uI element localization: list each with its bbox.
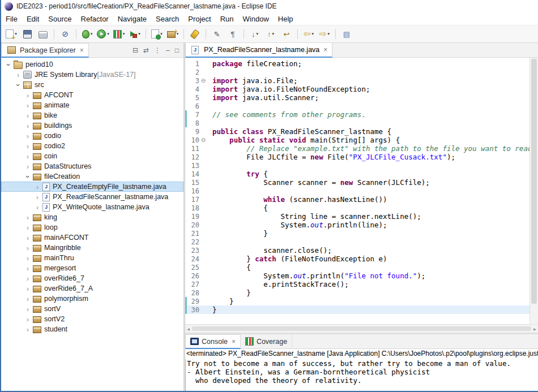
code-line[interactable]: File JLCfile = new File("PX_JLCFile_Cusa…	[209, 153, 530, 161]
gutter-line[interactable]: 11	[185, 144, 209, 153]
scroll-right-icon[interactable]: ▸	[533, 326, 536, 332]
close-icon[interactable]: ×	[232, 338, 236, 346]
fold-marker-icon[interactable]: ⊖	[199, 137, 207, 143]
debug-button[interactable]: ▾	[79, 27, 95, 41]
print-button[interactable]	[35, 27, 51, 41]
code-line[interactable]: import java.io.File;	[209, 76, 530, 85]
code-line[interactable]: scanner.close();	[209, 246, 530, 255]
gutter-line[interactable]: 12	[185, 153, 209, 161]
code-line[interactable]: while (scanner.hasNextLine())	[209, 195, 530, 204]
tree-item[interactable]: ›fileCreation	[1, 171, 183, 182]
expand-arrow-icon[interactable]: ›	[33, 203, 41, 212]
next-annotation-button[interactable]: ↓▾	[247, 27, 263, 41]
tree-item[interactable]: ›Maingribble	[1, 243, 183, 253]
code-lines[interactable]: package fileCreation;import java.io.File…	[209, 58, 530, 324]
code-line[interactable]: String line = scanner.nextLine();	[209, 212, 530, 221]
tree-item[interactable]: ›sortV	[1, 304, 183, 314]
scrollbar-thumb[interactable]	[192, 326, 531, 331]
gutter-line[interactable]: 13	[185, 161, 209, 170]
code-line[interactable]: e.printStackTrace();	[209, 280, 530, 288]
code-line[interactable]: }	[209, 229, 530, 238]
menu-item-file[interactable]: File	[1, 14, 22, 24]
gutter-line[interactable]: 16	[185, 187, 209, 195]
menu-item-source[interactable]: Source	[44, 14, 76, 24]
expand-arrow-icon[interactable]: ›	[24, 101, 32, 110]
code-line[interactable]: }	[209, 305, 530, 314]
gutter-line[interactable]: 1	[185, 59, 209, 68]
save-button[interactable]	[19, 27, 35, 41]
expand-arrow-icon[interactable]: ›	[24, 315, 32, 324]
gutter-line[interactable]: 19	[185, 212, 209, 221]
collapse-arrow-icon[interactable]: ›	[24, 173, 32, 180]
console-output[interactable]: Try not to become a man of success, but …	[185, 359, 538, 391]
code-line[interactable]	[209, 68, 530, 76]
gutter-line[interactable]: 10⊖	[185, 136, 209, 144]
menu-item-edit[interactable]: Edit	[22, 14, 44, 24]
tree-item[interactable]: ›codio	[1, 131, 183, 141]
tree-item[interactable]: ›JRE System Library [JavaSE-17]	[1, 70, 183, 80]
gutter-line[interactable]: 22	[185, 238, 209, 246]
vertical-scrollbar[interactable]	[530, 58, 538, 324]
code-line[interactable]: // see comments from other programs.	[209, 110, 530, 119]
tree-item[interactable]: ›PX_CreateEmptyFile_lastname.java	[1, 182, 183, 192]
externalize-button[interactable]: ✎	[209, 27, 225, 41]
gutter-line[interactable]: 9	[185, 127, 209, 136]
menu-item-project[interactable]: Project	[183, 14, 215, 24]
expand-arrow-icon[interactable]: ›	[24, 244, 32, 252]
tree-item[interactable]: ›PX_ReadFileScanner_lastname.java	[1, 192, 183, 202]
tree-item[interactable]: ›src	[1, 80, 183, 90]
close-icon[interactable]: ×	[323, 46, 327, 54]
maximize-icon[interactable]: □	[175, 46, 179, 54]
gutter-line[interactable]: 21	[185, 229, 209, 238]
gutter-line[interactable]: 4	[185, 85, 209, 93]
fold-marker-icon[interactable]: ⊖	[199, 77, 207, 84]
menu-item-window[interactable]: Window	[238, 14, 274, 24]
code-line[interactable]: // Replace "example.txt" with the path t…	[209, 144, 530, 153]
tree-item[interactable]: ›period10	[1, 59, 183, 70]
expand-arrow-icon[interactable]: ›	[24, 254, 32, 262]
tab-package-explorer[interactable]: Package Explorer ×	[1, 43, 89, 58]
close-icon[interactable]: ×	[80, 46, 84, 54]
tree-item[interactable]: ›DataStructures	[1, 161, 183, 171]
code-line[interactable]: public class PX_ReadFileScanner_lastname…	[209, 127, 530, 136]
tree-item[interactable]: ›animate	[1, 100, 183, 110]
gutter-line[interactable]: 18	[185, 204, 209, 212]
last-edit-button[interactable]: ↩	[279, 27, 294, 41]
gutter-line[interactable]: 7	[185, 110, 209, 119]
tree-item[interactable]: ›mergesort	[1, 263, 183, 273]
tree-item[interactable]: ›overRide6_7	[1, 273, 183, 283]
expand-arrow-icon[interactable]: ›	[24, 162, 32, 171]
gutter-line[interactable]: 23	[185, 246, 209, 255]
expand-arrow-icon[interactable]: ›	[24, 213, 32, 222]
gutter-line[interactable]: 17	[185, 195, 209, 204]
expand-arrow-icon[interactable]: ›	[24, 264, 32, 273]
menu-item-search[interactable]: Search	[151, 14, 183, 24]
code-line[interactable]	[209, 161, 530, 170]
gutter-line[interactable]: 3⊖	[185, 76, 209, 85]
tree-item[interactable]: ›polymorphism	[1, 294, 183, 304]
expand-arrow-icon[interactable]: ›	[33, 193, 41, 201]
gutter-line[interactable]: 27	[185, 280, 209, 288]
menu-item-navigate[interactable]: Navigate	[113, 14, 151, 24]
back-button[interactable]: ⇦▾	[301, 27, 317, 41]
show-whitespace-button[interactable]: ¶	[225, 27, 241, 41]
new-package-button[interactable]: ▾	[165, 27, 181, 41]
expand-arrow-icon[interactable]: ›	[24, 132, 32, 140]
code-line[interactable]: import java.util.Scanner;	[209, 93, 530, 102]
menu-item-run[interactable]: Run	[216, 14, 238, 24]
minimize-icon[interactable]: –	[166, 46, 170, 54]
tab-editor-file[interactable]: PX_ReadFileScanner_lastname.java ×	[185, 43, 332, 58]
gutter-line[interactable]: 29	[185, 297, 209, 305]
tab-console[interactable]: Console×	[185, 334, 241, 349]
expand-arrow-icon[interactable]: ›	[24, 234, 32, 242]
gutter-line[interactable]: 26	[185, 272, 209, 280]
scroll-left-icon[interactable]: ◂	[187, 326, 190, 332]
view-menu-icon[interactable]: ⋮	[154, 46, 161, 54]
tree-item[interactable]: ›loop	[1, 222, 183, 232]
search-button[interactable]	[187, 27, 203, 41]
expand-arrow-icon[interactable]: ›	[24, 152, 32, 161]
expand-arrow-icon[interactable]: ›	[24, 223, 32, 232]
pin-editor-button[interactable]: ▤	[339, 27, 355, 41]
code-line[interactable]: }	[209, 288, 530, 297]
tree-item[interactable]: ›overRide6_7_A	[1, 283, 183, 294]
